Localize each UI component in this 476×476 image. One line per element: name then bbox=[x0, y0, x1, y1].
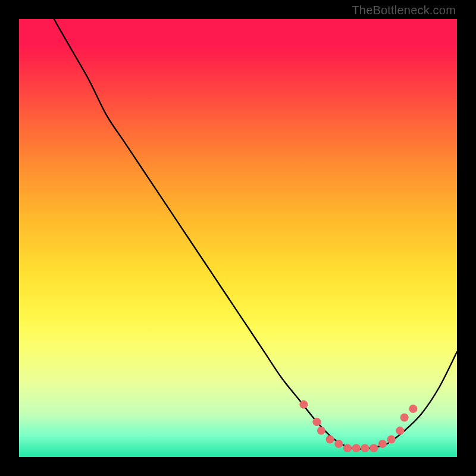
curve-marker bbox=[396, 427, 404, 435]
curve-marker bbox=[361, 444, 369, 452]
curve-marker bbox=[378, 440, 387, 448]
marker-group bbox=[299, 400, 417, 453]
curve-marker bbox=[387, 436, 396, 444]
curve-marker bbox=[326, 436, 334, 444]
curve-layer bbox=[19, 19, 457, 457]
chart-frame: TheBottleneck.com bbox=[0, 0, 476, 476]
curve-marker bbox=[369, 444, 378, 452]
curve-marker bbox=[312, 418, 321, 426]
curve-marker bbox=[352, 444, 361, 452]
watermark-text: TheBottleneck.com bbox=[352, 4, 456, 17]
bottleneck-curve bbox=[19, 19, 457, 449]
curve-marker bbox=[299, 400, 308, 409]
plot-area bbox=[19, 19, 457, 457]
curve-marker bbox=[334, 440, 343, 448]
curve-marker bbox=[317, 427, 325, 435]
curve-marker bbox=[409, 405, 417, 413]
curve-marker bbox=[400, 414, 409, 422]
curve-marker bbox=[343, 444, 352, 452]
